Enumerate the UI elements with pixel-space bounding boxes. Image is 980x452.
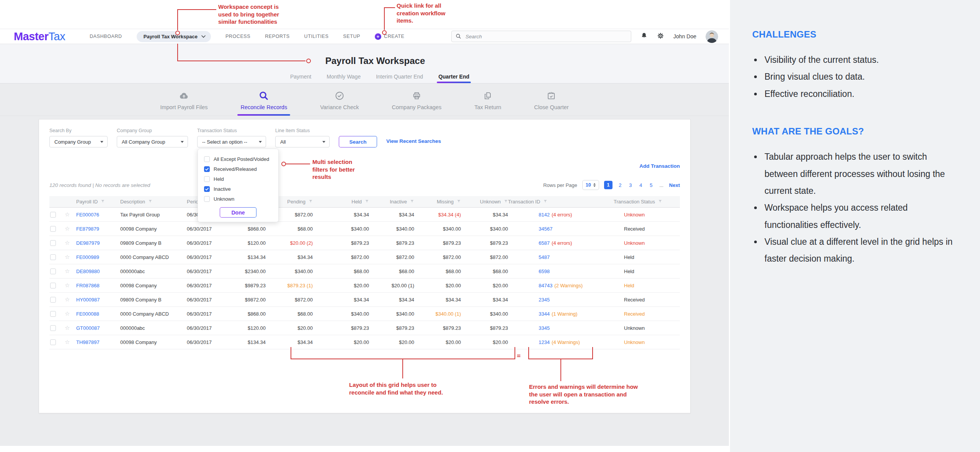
payroll-id-link[interactable]: GT000087 xyxy=(76,325,100,331)
payroll-id-link[interactable]: FE879879 xyxy=(76,226,99,232)
filter-funnel-icon[interactable] xyxy=(101,199,105,205)
row-checkbox[interactable] xyxy=(50,212,56,218)
rows-per-page-stepper[interactable]: 10 xyxy=(582,180,599,190)
filter-select-company-group[interactable]: All Company Group xyxy=(117,136,188,147)
filter-funnel-icon[interactable] xyxy=(148,199,152,205)
feature-tab-company-packages[interactable]: Company Packages xyxy=(392,84,441,116)
payroll-id-link[interactable]: FE000076 xyxy=(76,212,99,218)
page-button-5[interactable]: 5 xyxy=(648,182,654,188)
column-header-transaction-id[interactable]: Transaction ID xyxy=(508,199,614,205)
subtab-interim-quarter-end[interactable]: Interim Quarter End xyxy=(376,74,423,83)
transaction-id-link[interactable]: 2345 xyxy=(539,297,550,303)
feature-tab-variance-check[interactable]: Variance Check xyxy=(320,84,359,116)
star-icon[interactable]: ☆ xyxy=(65,296,70,303)
feature-tab-reconcile-records[interactable]: Reconcile Records xyxy=(240,84,287,116)
column-header-missing[interactable]: Missing xyxy=(414,199,461,205)
checkbox-checked-icon[interactable] xyxy=(204,166,210,172)
payroll-id-link[interactable]: FE000088 xyxy=(76,311,99,317)
row-checkbox[interactable] xyxy=(50,226,56,232)
column-header-inactive[interactable]: Inactive xyxy=(369,199,414,205)
page-button-4[interactable]: 4 xyxy=(638,182,644,188)
payroll-id-link[interactable]: FR087868 xyxy=(76,283,100,288)
star-icon[interactable]: ☆ xyxy=(65,310,70,317)
payroll-id-link[interactable]: DE987979 xyxy=(76,240,100,246)
payroll-id-link[interactable]: FE000989 xyxy=(76,254,99,260)
avatar[interactable] xyxy=(706,30,718,43)
nav-item-reports[interactable]: REPORTS xyxy=(265,34,289,39)
subtab-payment[interactable]: Payment xyxy=(290,74,311,83)
feature-tab-close-quarter[interactable]: Close Quarter xyxy=(534,84,568,116)
filter-select-transaction-status[interactable]: -- Select an option -- xyxy=(197,136,266,147)
row-checkbox[interactable] xyxy=(50,254,56,260)
row-checkbox[interactable] xyxy=(50,339,56,345)
star-icon[interactable]: ☆ xyxy=(65,254,70,260)
star-icon[interactable]: ☆ xyxy=(65,239,70,246)
next-page-button[interactable]: Next xyxy=(669,182,680,188)
filter-funnel-icon[interactable] xyxy=(410,199,414,205)
column-header-payroll-id[interactable]: Payroll ID xyxy=(76,199,120,205)
create-button[interactable]: + CREATE xyxy=(375,33,404,40)
nav-item-dashboard[interactable]: DASHBOARD xyxy=(90,34,122,39)
star-icon[interactable]: ☆ xyxy=(65,324,70,331)
add-transaction-link[interactable]: Add Transaction xyxy=(639,163,680,169)
checkbox-icon[interactable] xyxy=(204,156,210,162)
nav-workspace-pill[interactable]: Payroll Tax Workspace xyxy=(137,31,211,42)
star-icon[interactable]: ☆ xyxy=(65,211,70,218)
page-button-2[interactable]: 2 xyxy=(617,182,623,188)
row-checkbox[interactable] xyxy=(50,283,56,288)
transaction-id-link[interactable]: 6598 xyxy=(539,269,550,274)
filter-funnel-icon[interactable] xyxy=(365,199,369,205)
nav-item-process[interactable]: PROCESS xyxy=(225,34,250,39)
page-button-3[interactable]: 3 xyxy=(628,182,633,188)
filter-select-search-by[interactable]: Company Group xyxy=(49,136,108,147)
filter-funnel-icon[interactable] xyxy=(658,199,662,205)
status-option-inactive[interactable]: Inactive xyxy=(203,184,273,194)
star-icon[interactable]: ☆ xyxy=(65,268,70,275)
status-option-all-except-posted-voided[interactable]: All Except Posted/Voided xyxy=(203,154,273,164)
feature-tab-tax-return[interactable]: Tax Return xyxy=(474,84,501,116)
transaction-id-link[interactable]: 34567 xyxy=(539,226,552,232)
transaction-id-link[interactable]: 84743 xyxy=(539,283,552,288)
done-button[interactable]: Done xyxy=(220,207,256,218)
status-option-received-released[interactable]: Received/Released xyxy=(203,164,273,174)
row-checkbox[interactable] xyxy=(50,311,56,317)
status-option-unknown[interactable]: Unknown xyxy=(203,194,273,204)
column-header-unknown[interactable]: Unknown xyxy=(461,199,508,205)
transaction-id-link[interactable]: 3344 xyxy=(539,311,550,317)
payroll-id-link[interactable]: HY000987 xyxy=(76,297,100,303)
checkbox-icon[interactable] xyxy=(204,176,210,182)
column-header-description[interactable]: Description xyxy=(120,199,187,205)
checkbox-icon[interactable] xyxy=(204,196,210,202)
filter-funnel-icon[interactable] xyxy=(504,199,508,205)
star-icon[interactable]: ☆ xyxy=(65,225,70,232)
row-checkbox[interactable] xyxy=(50,325,56,331)
subtab-monthly-wage[interactable]: Monthly Wage xyxy=(327,74,361,83)
star-icon[interactable]: ☆ xyxy=(65,282,70,289)
row-checkbox[interactable] xyxy=(50,269,56,274)
payroll-id-link[interactable]: TH987897 xyxy=(76,339,100,345)
view-recent-searches-link[interactable]: View Recent Searches xyxy=(386,138,441,147)
payroll-id-link[interactable]: DE809880 xyxy=(76,269,100,274)
filter-funnel-icon[interactable] xyxy=(457,199,461,205)
column-header-transaction-status[interactable]: Transaction Status xyxy=(614,199,681,205)
transaction-id-link[interactable]: 5487 xyxy=(539,254,550,260)
nav-item-setup[interactable]: SETUP xyxy=(343,34,360,39)
column-header-held[interactable]: Held xyxy=(313,199,369,205)
filter-select-line-item-status[interactable]: All xyxy=(275,136,330,147)
status-option-held[interactable]: Held xyxy=(203,174,273,184)
nav-item-utilities[interactable]: UTILITIES xyxy=(304,34,329,39)
transaction-id-link[interactable]: 3345 xyxy=(539,325,550,331)
bell-icon[interactable] xyxy=(640,32,648,41)
star-icon[interactable]: ☆ xyxy=(65,339,70,346)
search-button[interactable]: Search xyxy=(339,136,377,147)
search-input[interactable] xyxy=(451,31,631,42)
row-checkbox[interactable] xyxy=(50,240,56,246)
transaction-id-link[interactable]: 6587 xyxy=(539,240,550,246)
filter-funnel-icon[interactable] xyxy=(543,199,547,205)
checkbox-checked-icon[interactable] xyxy=(204,186,210,192)
filter-funnel-icon[interactable] xyxy=(309,199,313,205)
feature-tab-import-payroll-files[interactable]: Import Payroll Files xyxy=(160,84,207,116)
page-button-1[interactable]: 1 xyxy=(604,181,612,189)
row-checkbox[interactable] xyxy=(50,297,56,303)
transaction-id-link[interactable]: 8142 xyxy=(539,212,550,218)
